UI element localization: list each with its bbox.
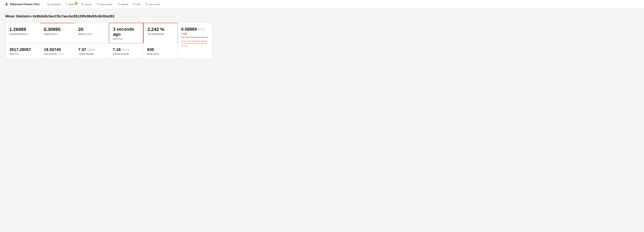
current-hashrate-value: 7.37 <box>78 47 86 52</box>
average-hashrate-unit: Gh/s <box>122 48 129 52</box>
svg-rect-4 <box>82 3 84 5</box>
nav-label-network: Network <box>121 3 128 6</box>
main-content: Miner Statistics 0x9b2e8c5ee1f3c7aecbc85… <box>0 9 218 64</box>
dashboard-icon <box>47 3 50 6</box>
current-hashrate-unit: Gh/s <box>87 48 95 52</box>
blocks-badge: 20 <box>75 2 78 5</box>
current-hashrate-label: Current Hashrate <box>78 53 105 55</box>
round-share-value: 2.242 % <box>148 27 174 32</box>
last-share-label: Last Share <box>113 38 139 40</box>
stat-blocks-found: 939 Blocks found <box>143 43 178 59</box>
header: Ethereum Classic Pool Dashboard Blocks 2… <box>0 0 644 9</box>
stat-current-hashrate: 7.37 Gh/s Current Hashrate <box>74 43 109 59</box>
stat-unpaid-balance: 0.30895 i Unpaid Balance <box>40 23 74 43</box>
last24h-value: 19.50745 <box>44 47 70 52</box>
howto-icon <box>145 3 148 6</box>
nav-label-dashboard: Dashboard <box>50 3 60 6</box>
total-paid-label: Total Paid <box>10 53 36 55</box>
nav-item-network[interactable]: Network <box>115 2 130 7</box>
average-hashrate-value: 7.18 <box>113 47 120 52</box>
stat-round-share: 2.242 % Your Round Share <box>143 23 178 43</box>
page-title: Miner Statistics 0x9b2e8c5ee1f3c7aecbc85… <box>6 14 212 18</box>
svg-point-8 <box>97 3 98 4</box>
last24h-label: Last 24 Hours Reward <box>44 53 70 55</box>
nav-label-how-to-start: How to Start <box>148 3 160 6</box>
payouts-icon <box>81 3 84 6</box>
nav-label-blocks: Blocks <box>68 3 74 6</box>
unpaid-value: 0.30895 <box>44 27 60 32</box>
nav-label-payouts: Payouts <box>84 3 92 6</box>
nav-item-how-to-start[interactable]: How to Start <box>143 2 162 7</box>
stat-workers-online: 20 Workers Online <box>74 23 109 43</box>
stat-total-paid: 3517.28057 Total Paid <box>6 43 40 59</box>
unconfirmed-value: 1.26089 <box>10 27 36 32</box>
reward-usd: 0.55$ <box>181 32 209 35</box>
stat-last-share: 3 seconds ago Last Share <box>109 23 143 44</box>
main-nav: Dashboard Blocks 20 Payouts Miners Onlin… <box>45 2 640 7</box>
nav-item-miners-online[interactable]: Miners Online <box>94 2 115 7</box>
unpaid-label: Unpaid Balance <box>44 33 70 35</box>
nav-item-blocks[interactable]: Blocks 20 <box>63 2 78 7</box>
miners-icon <box>97 3 99 6</box>
nav-label-miners-online: Miners Online <box>100 3 113 6</box>
unconfirmed-label: Unconfirmed Balance <box>10 33 36 35</box>
blocks-found-label: Blocks found <box>147 53 174 55</box>
stat-reward: 0.08869 ETC 0.55$ Your reward if pool fi… <box>178 23 212 59</box>
workers-value: 20 <box>78 27 105 32</box>
stat-last24h: 19.50745 Last 24 Hours Reward <box>40 43 74 59</box>
reward-value: 0.08869 <box>181 27 197 32</box>
average-hashrate-label: Average Hashrate <box>113 53 139 55</box>
last-share-value: 3 seconds ago <box>113 27 139 37</box>
network-icon <box>118 3 120 6</box>
blocks-found-value: 939 <box>147 47 174 52</box>
nav-item-faq[interactable]: FAQ <box>131 2 143 7</box>
logo-text: Ethereum Classic Pool <box>10 3 40 6</box>
blocks-icon <box>65 3 68 6</box>
stat-average-hashrate: 7.18 Gh/s Average Hashrate <box>109 43 143 59</box>
round-share-label: Your Round Share <box>148 33 174 35</box>
reward-currency: ETC <box>198 27 205 32</box>
reward-note: Approx. reward calculation based on the … <box>181 40 209 47</box>
logo-area: Ethereum Classic Pool <box>4 2 40 6</box>
nav-item-payouts[interactable]: Payouts <box>79 2 94 7</box>
total-paid-value: 3517.28057 <box>10 47 36 52</box>
stat-unconfirmed-balance: 1.26089 Unconfirmed Balance <box>6 23 40 43</box>
faq-icon <box>133 3 136 6</box>
svg-rect-9 <box>118 3 120 5</box>
unpaid-info-icon[interactable]: i <box>62 28 64 31</box>
workers-label: Workers Online <box>78 33 105 35</box>
nav-label-faq: FAQ <box>136 3 140 6</box>
reward-desc: Your reward if pool finds block now <box>181 36 209 38</box>
nav-item-dashboard[interactable]: Dashboard <box>45 2 62 7</box>
etc-logo-icon <box>4 2 9 6</box>
